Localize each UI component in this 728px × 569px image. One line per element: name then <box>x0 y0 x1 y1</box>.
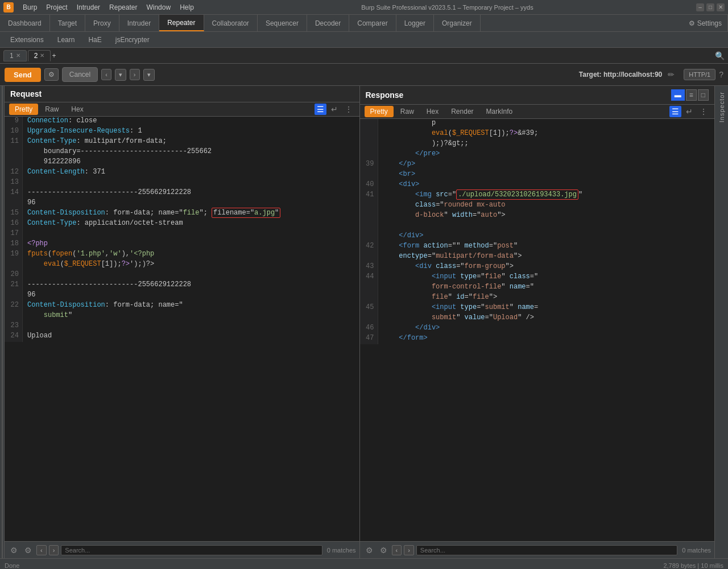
response-panel: Response ▬ ≡ □ Pretty Raw Hex Render Mar… <box>360 86 715 558</box>
request-tab-pretty[interactable]: Pretty <box>9 104 38 115</box>
tab-organizer[interactable]: Organizer <box>434 15 481 31</box>
response-search-gear-icon[interactable]: ⚙ <box>378 545 390 556</box>
tab-sequencer[interactable]: Sequencer <box>258 15 307 31</box>
request-tab-raw[interactable]: Raw <box>39 104 64 115</box>
tab-proxy[interactable]: Proxy <box>85 15 119 31</box>
response-code-area[interactable]: p eval($_REQUEST[1]);?>&#39; );)?&gt;; <… <box>360 119 715 541</box>
subtab-jsencrypter[interactable]: jsEncrypter <box>109 34 156 46</box>
response-line-39: 39 </p> <box>360 160 715 170</box>
app-icon: B <box>3 2 14 13</box>
settings-gear-button[interactable]: ⚙ <box>44 68 59 81</box>
request-tab-hex[interactable]: Hex <box>65 104 89 115</box>
response-search-next[interactable]: › <box>404 545 414 555</box>
response-view-buttons: ▬ ≡ □ <box>671 89 709 101</box>
menu-project[interactable]: Project <box>42 2 72 13</box>
tab-dashboard[interactable]: Dashboard <box>0 15 50 31</box>
tab-intruder[interactable]: Intruder <box>119 15 159 31</box>
response-line-47: 47 </form> <box>360 334 715 344</box>
request-line-10: 10 Upgrade-Insecure-Requests: 1 <box>5 127 359 137</box>
request-line-11: 11 Content-Type: multipart/form-data; <box>5 137 359 147</box>
cancel-button[interactable]: Cancel <box>62 67 98 82</box>
response-tab-render[interactable]: Render <box>445 106 479 117</box>
nav-down-button[interactable]: ▾ <box>115 69 126 81</box>
request-icon-list[interactable]: ☰ <box>315 104 326 115</box>
request-search-gear-icon[interactable]: ⚙ <box>22 545 34 556</box>
response-tab-pretty[interactable]: Pretty <box>365 106 394 117</box>
close-button[interactable]: ✕ <box>717 3 725 11</box>
tab-target[interactable]: Target <box>50 15 85 31</box>
edit-target-button[interactable]: ✏ <box>665 70 677 79</box>
response-panel-header: Response <box>366 90 404 100</box>
response-search-settings-icon[interactable]: ⚙ <box>363 545 375 556</box>
request-icon-menu[interactable]: ⋮ <box>342 104 355 115</box>
response-line-pre-close: </pre> <box>360 150 715 160</box>
tab-decoder[interactable]: Decoder <box>307 15 349 31</box>
tab-settings[interactable]: ⚙ Settings <box>683 15 728 31</box>
request-panel-header: Request <box>5 86 359 102</box>
menu-window[interactable]: Window <box>142 2 175 13</box>
tab-logger[interactable]: Logger <box>396 15 434 31</box>
response-line-44b: form-control-file" name=" <box>360 283 715 293</box>
http-version-button[interactable]: HTTP/1 <box>684 69 715 80</box>
target-url: http://localhost:90 <box>603 71 662 79</box>
subtab-hae[interactable]: HaE <box>81 34 108 46</box>
response-icon-wrap[interactable]: ↵ <box>684 106 695 117</box>
request-line-19b: eval($_REQUEST[1]);?>');)?> <box>5 260 359 270</box>
response-tab-hex[interactable]: Hex <box>421 106 444 117</box>
repeater-tab-2[interactable]: 2 ✕ <box>28 50 51 61</box>
view-btn-single[interactable]: □ <box>698 89 709 101</box>
repeater-tab-1[interactable]: 1 ✕ <box>3 50 27 61</box>
response-line-pre3: );)?&gt;; <box>360 139 715 150</box>
tab-repeater[interactable]: Repeater <box>159 15 204 31</box>
request-line-22: 22 Content-Disposition: form-data; name=… <box>5 301 359 311</box>
response-search-matches: 0 matches <box>682 547 711 554</box>
maximize-button[interactable]: □ <box>706 3 714 11</box>
minimize-button[interactable]: – <box>696 3 704 11</box>
nav-back-button[interactable]: ‹ <box>101 69 111 80</box>
request-search-next[interactable]: › <box>49 545 59 555</box>
subtab-learn[interactable]: Learn <box>51 34 82 46</box>
response-search-bar: ⚙ ⚙ ‹ › 0 matches <box>360 541 715 558</box>
view-btn-rows[interactable]: ≡ <box>686 89 697 101</box>
request-search-matches: 0 matches <box>327 547 356 554</box>
request-search-bar: ⚙ ⚙ ‹ › 0 matches <box>5 541 359 558</box>
tab-comparer[interactable]: Comparer <box>349 15 396 31</box>
request-search-input[interactable] <box>61 545 322 555</box>
response-line-45b: submit" value="Upload" /> <box>360 314 715 324</box>
nav-forward-down-button[interactable]: ▾ <box>143 69 155 81</box>
request-line-14: 14 ---------------------------2556629122… <box>5 188 359 199</box>
new-tab-button[interactable]: + <box>52 52 56 60</box>
send-button[interactable]: Send <box>5 68 41 82</box>
status-bar: Done 2,789 bytes | 10 millis <box>0 558 728 569</box>
repeater-tab-2-label: 2 <box>34 52 38 60</box>
request-icon-wrap[interactable]: ↵ <box>329 104 340 115</box>
request-search-settings-icon[interactable]: ⚙ <box>8 545 20 556</box>
request-search-prev[interactable]: ‹ <box>36 545 47 555</box>
menu-help[interactable]: Help <box>175 2 198 13</box>
tab-collaborator[interactable]: Collaborator <box>204 15 258 31</box>
response-search-input[interactable] <box>416 545 677 555</box>
response-tab-markinfo[interactable]: MarkInfo <box>481 106 519 117</box>
menu-intruder[interactable]: Intruder <box>72 2 105 13</box>
request-line-13: 13 <box>5 178 359 188</box>
repeater-tab-1-close[interactable]: ✕ <box>16 52 20 59</box>
request-line-24: 24 Upload <box>5 332 359 342</box>
app-title: Burp Suite Professional v2023.5.1 – Temp… <box>198 4 696 11</box>
repeater-tab-2-close[interactable]: ✕ <box>40 52 44 59</box>
view-btn-columns[interactable]: ▬ <box>671 89 685 101</box>
nav-forward-button[interactable]: › <box>130 69 140 80</box>
menu-burp[interactable]: Burp <box>18 2 42 13</box>
help-button[interactable]: ? <box>719 70 723 79</box>
response-tab-raw[interactable]: Raw <box>395 106 420 117</box>
request-line-21b: 96 <box>5 291 359 301</box>
menu-repeater[interactable]: Repeater <box>105 2 142 13</box>
response-icon-list[interactable]: ☰ <box>669 106 681 117</box>
inspector-label[interactable]: Inspector <box>718 86 725 128</box>
tab-search-icon[interactable]: 🔍 <box>715 51 725 60</box>
subtab-extensions[interactable]: Extensions <box>3 34 51 46</box>
request-line-21: 21 ---------------------------2556629122… <box>5 281 359 291</box>
response-search-prev[interactable]: ‹ <box>392 545 402 555</box>
response-icon-menu[interactable]: ⋮ <box>697 106 710 117</box>
request-panel-tabs: Pretty Raw Hex ☰ ↵ ⋮ <box>5 102 359 117</box>
request-code-area[interactable]: 9 Connection: close 10 Upgrade-Insecure-… <box>5 117 359 541</box>
